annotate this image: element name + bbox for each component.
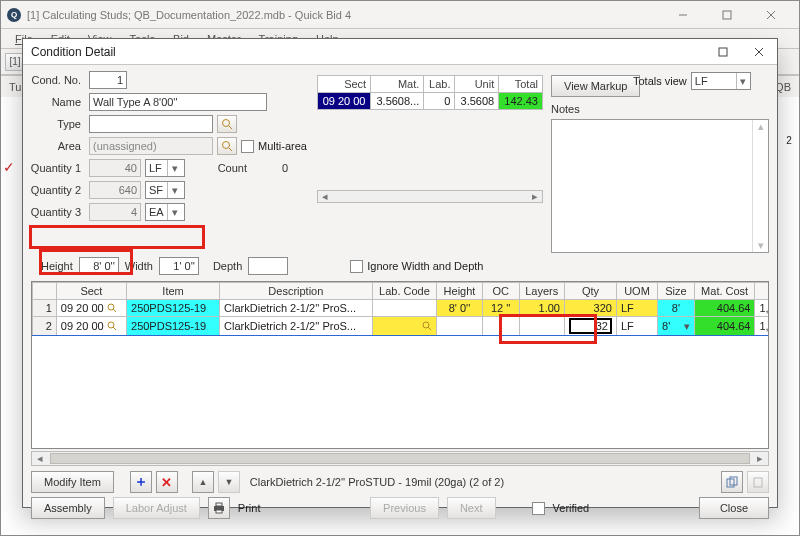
item-toolbar: Modify Item ＋ ✕ ▲ ▼ ClarkDietrich 2-1/2'… xyxy=(31,471,769,493)
r2-layers[interactable] xyxy=(519,317,564,336)
r2-qty[interactable]: 32 xyxy=(564,317,616,336)
q1-input[interactable] xyxy=(89,159,141,177)
move-down-button[interactable]: ▼ xyxy=(218,471,240,493)
r1-qty[interactable]: 320 xyxy=(564,300,616,317)
r2-oc[interactable] xyxy=(482,317,519,336)
sum-h-total: Total xyxy=(499,76,543,93)
callout-quantity3 xyxy=(29,225,205,249)
r2-item[interactable]: 250PDS125-19 xyxy=(127,317,220,336)
r2-num: 2 xyxy=(33,317,57,336)
r1-desc[interactable]: ClarkDietrich 2-1/2'' ProS... xyxy=(220,300,373,317)
multi-area-checkbox[interactable] xyxy=(241,140,254,153)
r2-sect[interactable]: 09 20 00 xyxy=(56,317,126,336)
ignore-checkbox[interactable] xyxy=(350,260,363,273)
gh-qty[interactable]: Qty xyxy=(564,283,616,300)
next-button[interactable]: Next xyxy=(447,497,496,519)
modify-item-button[interactable]: Modify Item xyxy=(31,471,114,493)
dialog-body: Cond. No. Name Type Area Multi-area Quan… xyxy=(23,65,777,507)
sum-total: 142.43 xyxy=(499,93,543,110)
r1-per[interactable]: 1,000 LF xyxy=(755,300,769,317)
gh-uom[interactable]: UOM xyxy=(616,283,657,300)
r1-layers[interactable]: 1.00 xyxy=(519,300,564,317)
dialog-maximize-button[interactable] xyxy=(705,39,741,65)
r2-lab[interactable] xyxy=(372,317,437,336)
gh-size[interactable]: Size xyxy=(658,283,695,300)
r1-size[interactable]: 8' xyxy=(658,300,695,317)
gh-desc[interactable]: Description xyxy=(220,283,373,300)
r2-uom[interactable]: LF xyxy=(616,317,657,336)
name-label: Name xyxy=(29,96,85,108)
q2-input[interactable] xyxy=(89,181,141,199)
summary-hscroll[interactable]: ◂▸ xyxy=(317,190,543,203)
q2-label: Quantity 2 xyxy=(29,184,85,196)
q3-input[interactable] xyxy=(89,203,141,221)
dialog-close-button[interactable] xyxy=(741,39,777,65)
right-gutter: 2 xyxy=(781,133,797,511)
gh-lab[interactable]: Lab. Code xyxy=(372,283,437,300)
copy-button[interactable] xyxy=(721,471,743,493)
grid-hscroll[interactable]: ◂▸ xyxy=(31,451,769,466)
paste-button[interactable] xyxy=(747,471,769,493)
r1-sect[interactable]: 09 20 00 xyxy=(56,300,126,317)
verified-checkbox[interactable] xyxy=(532,502,545,515)
maximize-button[interactable] xyxy=(705,1,749,29)
area-lookup-button[interactable] xyxy=(217,137,237,155)
print-icon-button[interactable] xyxy=(208,497,230,519)
height-input[interactable] xyxy=(79,257,119,275)
name-input[interactable] xyxy=(89,93,267,111)
close-button[interactable]: Close xyxy=(699,497,769,519)
r2-size[interactable]: 8'▾ xyxy=(658,317,695,336)
sum-lab: 0 xyxy=(424,93,455,110)
gh-height[interactable]: Height xyxy=(437,283,482,300)
grid-row-1[interactable]: 1 09 20 00 250PDS125-19 ClarkDietrich 2-… xyxy=(33,300,770,317)
delete-item-button[interactable]: ✕ xyxy=(156,471,178,493)
sum-sect[interactable]: 09 20 00 xyxy=(318,93,371,110)
notes-scrollbar[interactable]: ▴▾ xyxy=(752,120,768,252)
close-button[interactable] xyxy=(749,1,793,29)
r1-oc[interactable]: 12 '' xyxy=(482,300,519,317)
r2-desc[interactable]: ClarkDietrich 2-1/2'' ProS... xyxy=(220,317,373,336)
move-up-button[interactable]: ▲ xyxy=(192,471,214,493)
condition-detail-dialog: Condition Detail Cond. No. Name Type Are… xyxy=(22,38,778,508)
type-lookup-button[interactable] xyxy=(217,115,237,133)
area-input[interactable] xyxy=(89,137,213,155)
notes-textarea[interactable]: ▴▾ xyxy=(551,119,769,253)
gh-layers[interactable]: Layers xyxy=(519,283,564,300)
gh-mat[interactable]: Mat. Cost xyxy=(694,283,755,300)
gh-per[interactable]: Per xyxy=(755,283,769,300)
summary-panel: Sect Mat. Lab. Unit Total 09 20 00 3.560… xyxy=(317,75,543,203)
items-grid[interactable]: Sect Item Description Lab. Code Height O… xyxy=(31,281,769,449)
grid-row-2[interactable]: 2 09 20 00 250PDS125-19 ClarkDietrich 2-… xyxy=(33,317,770,336)
q3-unit-combo[interactable]: EA▾ xyxy=(145,203,185,221)
r1-item[interactable]: 250PDS125-19 xyxy=(127,300,220,317)
r1-num: 1 xyxy=(33,300,57,317)
cond-no-input[interactable] xyxy=(89,71,127,89)
measure-row: Height Width Depth Ignore Width and Dept… xyxy=(41,257,769,275)
grid-header-row: Sect Item Description Lab. Code Height O… xyxy=(33,283,770,300)
assembly-button[interactable]: Assembly xyxy=(31,497,105,519)
r1-lab[interactable] xyxy=(372,300,437,317)
minimize-button[interactable] xyxy=(661,1,705,29)
r2-height[interactable] xyxy=(437,317,482,336)
add-item-button[interactable]: ＋ xyxy=(130,471,152,493)
r1-mat[interactable]: 404.64 xyxy=(694,300,755,317)
r2-per[interactable]: 1,000 LF xyxy=(755,317,769,336)
svg-rect-0 xyxy=(723,11,731,19)
totals-view-combo[interactable]: LF▾ xyxy=(691,72,751,90)
gh-oc[interactable]: OC xyxy=(482,283,519,300)
type-input[interactable] xyxy=(89,115,213,133)
r2-mat[interactable]: 404.64 xyxy=(694,317,755,336)
q1-unit-combo[interactable]: LF▾ xyxy=(145,159,185,177)
depth-input[interactable] xyxy=(248,257,288,275)
r1-uom[interactable]: LF xyxy=(616,300,657,317)
q2-unit-combo[interactable]: SF▾ xyxy=(145,181,185,199)
previous-button[interactable]: Previous xyxy=(370,497,439,519)
r1-height[interactable]: 8' 0'' xyxy=(437,300,482,317)
gh-sect[interactable]: Sect xyxy=(56,283,126,300)
labor-adjust-button[interactable]: Labor Adjust xyxy=(113,497,200,519)
view-markup-button[interactable]: View Markup xyxy=(551,75,640,97)
print-label[interactable]: Print xyxy=(238,502,261,514)
gh-item[interactable]: Item xyxy=(127,283,220,300)
height-label: Height xyxy=(41,260,73,272)
width-input[interactable] xyxy=(159,257,199,275)
